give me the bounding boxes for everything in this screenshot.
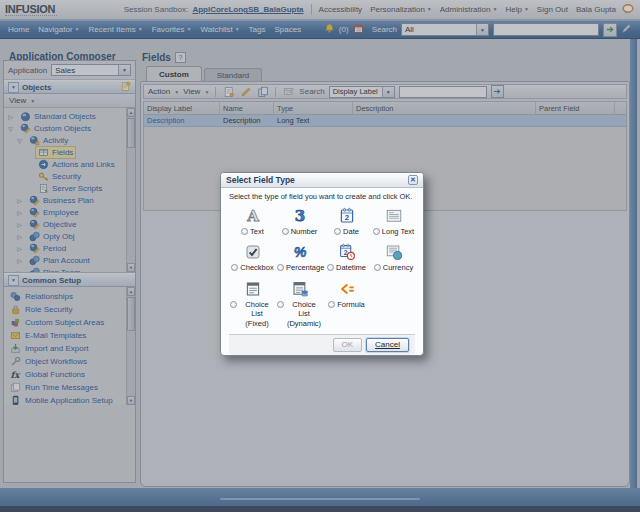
svg-text:%: %: [293, 244, 306, 260]
field-type-currency[interactable]: Currency: [370, 243, 417, 272]
field-type-datetime[interactable]: 2 Datetime: [323, 243, 370, 272]
percentage-icon: %: [291, 243, 309, 261]
choice-dynamic-icon: [291, 280, 309, 298]
svg-text:2: 2: [344, 213, 349, 222]
dialog-titlebar[interactable]: Select Field Type ✕: [221, 173, 423, 188]
formula-icon: [338, 280, 356, 298]
field-type-date[interactable]: 2 Date: [323, 207, 370, 236]
radio-long-text[interactable]: [373, 228, 380, 235]
field-type-percentage[interactable]: % Percentage: [276, 243, 323, 272]
field-type-choice-list-dynamic[interactable]: Choice List (Dynamic): [276, 280, 323, 328]
field-type-text[interactable]: A Text: [229, 207, 276, 236]
dialog-body: Select the type of field you want to cre…: [221, 188, 423, 355]
radio-date[interactable]: [334, 228, 341, 235]
radio-percentage[interactable]: [277, 264, 284, 271]
field-type-long-text[interactable]: Long Text: [370, 207, 417, 236]
radio-formula[interactable]: [328, 301, 335, 308]
radio-checkbox[interactable]: [231, 264, 238, 271]
text-icon: A: [244, 207, 262, 225]
checkbox-icon: [244, 243, 262, 261]
radio-number[interactable]: [282, 228, 289, 235]
longtext-icon: [385, 207, 403, 225]
field-type-grid: A Text 3 Number 2 Date Long Text Checkbo…: [229, 207, 415, 328]
radio-datetime[interactable]: [327, 264, 334, 271]
choice-fixed-icon: [244, 280, 262, 298]
field-type-choice-list-fixed[interactable]: Choice List (Fixed): [229, 280, 276, 328]
datetime-icon: 2: [338, 243, 356, 261]
radio-currency[interactable]: [374, 264, 381, 271]
dialog-footer: OK Cancel: [229, 334, 415, 355]
radio-text[interactable]: [241, 228, 248, 235]
dialog-title: Select Field Type: [226, 175, 295, 185]
select-field-type-dialog: Select Field Type ✕ Select the type of f…: [220, 172, 424, 356]
ok-button[interactable]: OK: [333, 338, 363, 352]
radio-choice-list-dynamic[interactable]: [277, 301, 284, 308]
number-icon: 3: [291, 207, 309, 225]
dialog-instruction: Select the type of field you want to cre…: [229, 192, 415, 201]
close-icon[interactable]: ✕: [408, 175, 418, 185]
currency-icon: [385, 243, 403, 261]
svg-text:3: 3: [294, 207, 304, 225]
field-type-number[interactable]: 3 Number: [276, 207, 323, 236]
field-type-formula[interactable]: Formula: [323, 280, 370, 328]
date-icon: 2: [338, 207, 356, 225]
cancel-button[interactable]: Cancel: [366, 338, 409, 352]
svg-text:A: A: [246, 207, 259, 225]
field-type-checkbox[interactable]: Checkbox: [229, 243, 276, 272]
radio-choice-list-fixed[interactable]: [230, 301, 237, 308]
